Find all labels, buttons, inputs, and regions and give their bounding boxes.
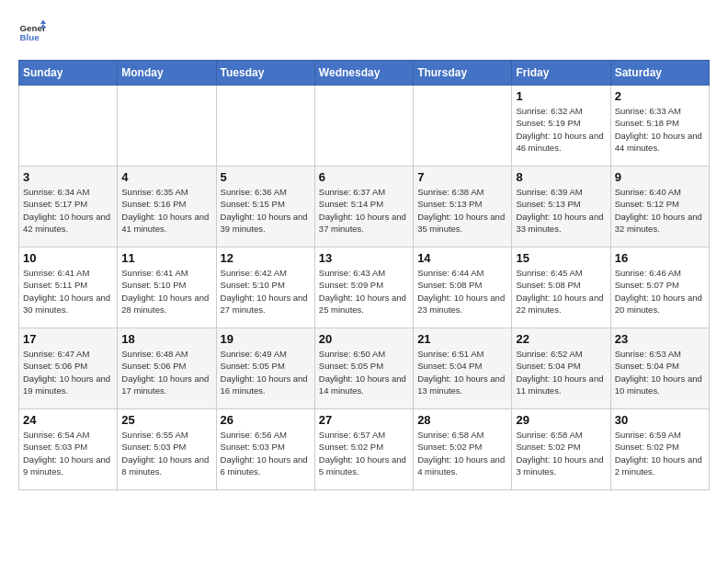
day-number: 8 xyxy=(516,170,606,184)
calendar-day-21: 21Sunrise: 6:51 AM Sunset: 5:04 PM Dayli… xyxy=(414,328,512,409)
logo: General Blue xyxy=(18,18,51,46)
day-number: 6 xyxy=(319,170,409,184)
weekday-header-friday: Friday xyxy=(512,61,610,86)
weekday-header-wednesday: Wednesday xyxy=(314,61,413,86)
calendar-day-5: 5Sunrise: 6:36 AM Sunset: 5:15 PM Daylig… xyxy=(216,167,314,247)
calendar-day-13: 13Sunrise: 6:43 AM Sunset: 5:09 PM Dayli… xyxy=(314,247,413,328)
calendar-day-22: 22Sunrise: 6:52 AM Sunset: 5:04 PM Dayli… xyxy=(512,328,610,409)
calendar-day-16: 16Sunrise: 6:46 AM Sunset: 5:07 PM Dayli… xyxy=(610,247,709,328)
calendar-day-7: 7Sunrise: 6:38 AM Sunset: 5:13 PM Daylig… xyxy=(414,167,512,247)
day-number: 26 xyxy=(221,413,311,427)
calendar-week-row: 10Sunrise: 6:41 AM Sunset: 5:11 PM Dayli… xyxy=(19,247,710,328)
calendar-week-row: 1Sunrise: 6:32 AM Sunset: 5:19 PM Daylig… xyxy=(19,86,710,167)
day-info: Sunrise: 6:49 AM Sunset: 5:05 PM Dayligh… xyxy=(221,348,311,396)
calendar-day-26: 26Sunrise: 6:56 AM Sunset: 5:03 PM Dayli… xyxy=(216,409,314,490)
day-number: 9 xyxy=(615,170,705,184)
day-number: 10 xyxy=(23,251,113,265)
svg-marker-2 xyxy=(40,20,46,25)
day-info: Sunrise: 6:40 AM Sunset: 5:12 PM Dayligh… xyxy=(615,186,705,235)
calendar-day-2: 2Sunrise: 6:33 AM Sunset: 5:18 PM Daylig… xyxy=(610,86,709,167)
day-info: Sunrise: 6:53 AM Sunset: 5:04 PM Dayligh… xyxy=(615,348,705,396)
calendar-day-20: 20Sunrise: 6:50 AM Sunset: 5:05 PM Dayli… xyxy=(314,328,413,409)
day-info: Sunrise: 6:43 AM Sunset: 5:09 PM Dayligh… xyxy=(319,267,409,316)
logo-icon: General Blue xyxy=(18,18,46,46)
day-info: Sunrise: 6:56 AM Sunset: 5:03 PM Dayligh… xyxy=(221,429,311,477)
day-info: Sunrise: 6:42 AM Sunset: 5:10 PM Dayligh… xyxy=(221,267,311,316)
calendar-empty-cell xyxy=(314,86,413,167)
day-number: 18 xyxy=(121,332,211,346)
day-info: Sunrise: 6:52 AM Sunset: 5:04 PM Dayligh… xyxy=(516,348,606,396)
day-number: 23 xyxy=(615,332,705,346)
day-number: 13 xyxy=(319,251,409,265)
weekday-header-tuesday: Tuesday xyxy=(216,61,314,86)
day-info: Sunrise: 6:41 AM Sunset: 5:11 PM Dayligh… xyxy=(23,267,113,316)
day-info: Sunrise: 6:34 AM Sunset: 5:17 PM Dayligh… xyxy=(23,186,113,235)
calendar-day-23: 23Sunrise: 6:53 AM Sunset: 5:04 PM Dayli… xyxy=(610,328,709,409)
day-info: Sunrise: 6:51 AM Sunset: 5:04 PM Dayligh… xyxy=(417,348,507,396)
weekday-header-saturday: Saturday xyxy=(610,61,709,86)
day-number: 15 xyxy=(516,251,606,265)
calendar-day-17: 17Sunrise: 6:47 AM Sunset: 5:06 PM Dayli… xyxy=(19,328,118,409)
day-info: Sunrise: 6:57 AM Sunset: 5:02 PM Dayligh… xyxy=(319,429,409,477)
day-number: 5 xyxy=(221,170,311,184)
day-info: Sunrise: 6:47 AM Sunset: 5:06 PM Dayligh… xyxy=(23,348,113,396)
calendar-week-row: 17Sunrise: 6:47 AM Sunset: 5:06 PM Dayli… xyxy=(19,328,710,409)
weekday-header-sunday: Sunday xyxy=(19,61,118,86)
day-number: 11 xyxy=(121,251,211,265)
day-number: 20 xyxy=(319,332,409,346)
day-number: 30 xyxy=(615,413,705,427)
day-info: Sunrise: 6:59 AM Sunset: 5:02 PM Dayligh… xyxy=(615,429,705,477)
calendar-day-11: 11Sunrise: 6:41 AM Sunset: 5:10 PM Dayli… xyxy=(118,247,216,328)
weekday-header-thursday: Thursday xyxy=(414,61,512,86)
calendar-day-8: 8Sunrise: 6:39 AM Sunset: 5:13 PM Daylig… xyxy=(512,167,610,247)
calendar: SundayMondayTuesdayWednesdayThursdayFrid… xyxy=(18,60,710,490)
page-header: General Blue xyxy=(18,18,710,46)
calendar-day-14: 14Sunrise: 6:44 AM Sunset: 5:08 PM Dayli… xyxy=(414,247,512,328)
day-info: Sunrise: 6:36 AM Sunset: 5:15 PM Dayligh… xyxy=(221,186,311,235)
calendar-week-row: 3Sunrise: 6:34 AM Sunset: 5:17 PM Daylig… xyxy=(19,167,710,247)
calendar-day-18: 18Sunrise: 6:48 AM Sunset: 5:06 PM Dayli… xyxy=(118,328,216,409)
day-info: Sunrise: 6:58 AM Sunset: 5:02 PM Dayligh… xyxy=(417,429,507,477)
calendar-day-19: 19Sunrise: 6:49 AM Sunset: 5:05 PM Dayli… xyxy=(216,328,314,409)
day-number: 16 xyxy=(615,251,705,265)
calendar-day-1: 1Sunrise: 6:32 AM Sunset: 5:19 PM Daylig… xyxy=(512,86,610,167)
day-info: Sunrise: 6:50 AM Sunset: 5:05 PM Dayligh… xyxy=(319,348,409,396)
day-number: 14 xyxy=(417,251,507,265)
day-number: 2 xyxy=(615,89,705,103)
calendar-day-25: 25Sunrise: 6:55 AM Sunset: 5:03 PM Dayli… xyxy=(118,409,216,490)
day-info: Sunrise: 6:45 AM Sunset: 5:08 PM Dayligh… xyxy=(516,267,606,316)
calendar-day-9: 9Sunrise: 6:40 AM Sunset: 5:12 PM Daylig… xyxy=(610,167,709,247)
calendar-day-12: 12Sunrise: 6:42 AM Sunset: 5:10 PM Dayli… xyxy=(216,247,314,328)
day-info: Sunrise: 6:39 AM Sunset: 5:13 PM Dayligh… xyxy=(516,186,606,235)
day-info: Sunrise: 6:33 AM Sunset: 5:18 PM Dayligh… xyxy=(615,105,705,154)
day-number: 24 xyxy=(23,413,113,427)
day-number: 12 xyxy=(221,251,311,265)
day-number: 17 xyxy=(23,332,113,346)
day-info: Sunrise: 6:58 AM Sunset: 5:02 PM Dayligh… xyxy=(516,429,606,477)
calendar-day-15: 15Sunrise: 6:45 AM Sunset: 5:08 PM Dayli… xyxy=(512,247,610,328)
calendar-empty-cell xyxy=(19,86,118,167)
day-info: Sunrise: 6:54 AM Sunset: 5:03 PM Dayligh… xyxy=(23,429,113,477)
day-number: 27 xyxy=(319,413,409,427)
day-info: Sunrise: 6:37 AM Sunset: 5:14 PM Dayligh… xyxy=(319,186,409,235)
calendar-day-27: 27Sunrise: 6:57 AM Sunset: 5:02 PM Dayli… xyxy=(314,409,413,490)
calendar-day-10: 10Sunrise: 6:41 AM Sunset: 5:11 PM Dayli… xyxy=(19,247,118,328)
calendar-day-3: 3Sunrise: 6:34 AM Sunset: 5:17 PM Daylig… xyxy=(19,167,118,247)
calendar-day-29: 29Sunrise: 6:58 AM Sunset: 5:02 PM Dayli… xyxy=(512,409,610,490)
day-number: 1 xyxy=(516,89,606,103)
calendar-empty-cell xyxy=(414,86,512,167)
day-number: 4 xyxy=(121,170,211,184)
day-info: Sunrise: 6:35 AM Sunset: 5:16 PM Dayligh… xyxy=(121,186,211,235)
day-number: 3 xyxy=(23,170,113,184)
day-number: 7 xyxy=(417,170,507,184)
day-number: 28 xyxy=(417,413,507,427)
day-info: Sunrise: 6:41 AM Sunset: 5:10 PM Dayligh… xyxy=(121,267,211,316)
calendar-day-24: 24Sunrise: 6:54 AM Sunset: 5:03 PM Dayli… xyxy=(19,409,118,490)
calendar-day-4: 4Sunrise: 6:35 AM Sunset: 5:16 PM Daylig… xyxy=(118,167,216,247)
calendar-week-row: 24Sunrise: 6:54 AM Sunset: 5:03 PM Dayli… xyxy=(19,409,710,490)
day-info: Sunrise: 6:44 AM Sunset: 5:08 PM Dayligh… xyxy=(417,267,507,316)
day-number: 21 xyxy=(417,332,507,346)
svg-text:Blue: Blue xyxy=(20,32,40,42)
calendar-empty-cell xyxy=(216,86,314,167)
day-info: Sunrise: 6:38 AM Sunset: 5:13 PM Dayligh… xyxy=(417,186,507,235)
